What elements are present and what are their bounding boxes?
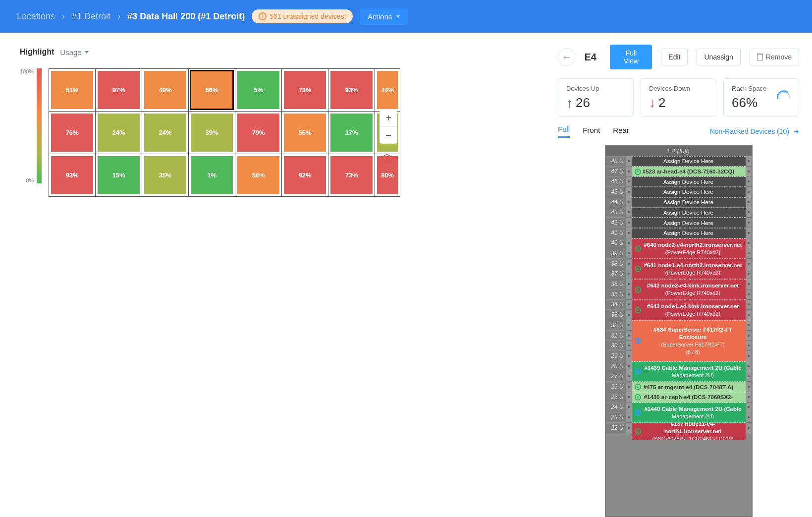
rack-tile[interactable]: 51% — [51, 71, 93, 109]
rack-tile[interactable]: 66% — [191, 71, 233, 109]
rack-device[interactable]: #523 ar-head-e4 (DCS-7160-32CQ) — [632, 167, 746, 177]
tab-front[interactable]: Front — [583, 126, 600, 137]
back-button[interactable]: ← — [558, 48, 575, 66]
u-label: 46 U — [606, 176, 626, 187]
u-label: 40 U — [606, 238, 626, 249]
play-icon — [635, 245, 641, 252]
rack-device[interactable]: #640 node2-e4-north2.ironserver.net(Powe… — [632, 238, 746, 259]
u-label: 34 U — [606, 300, 626, 310]
full-view-button[interactable]: Full View — [610, 45, 652, 69]
rack-name: E4 — [584, 52, 601, 63]
rack-tile[interactable]: 93% — [51, 156, 93, 194]
rack-tile[interactable]: 97% — [98, 71, 140, 109]
scale-max: 100% — [20, 68, 34, 74]
u-label: 43 U — [606, 207, 626, 218]
rack-device[interactable]: #641 node1-e4-north2.ironserver.net(Powe… — [632, 259, 746, 279]
unassign-button[interactable]: Unassign — [697, 49, 740, 65]
alert-icon: ! — [259, 12, 267, 20]
chevron-right-icon: › — [62, 11, 65, 22]
breadcrumb-current: #3 Data Hall 200 (#1 Detroit) — [127, 11, 245, 22]
u-label: 44 U — [606, 197, 626, 208]
actions-button[interactable]: Actions — [360, 8, 408, 25]
u-label: 38 U — [606, 259, 626, 269]
rack-tile[interactable]: 5% — [237, 71, 279, 109]
play-icon — [635, 384, 641, 390]
play-icon — [635, 307, 641, 313]
rack-device[interactable]: #1430 ar-ceph-e4 (DCS-7060SX2- — [632, 392, 746, 402]
stop-icon — [635, 368, 641, 375]
edit-button[interactable]: Edit — [661, 49, 688, 65]
assign-slot[interactable]: Assign Device Here — [632, 197, 746, 208]
rack-tile[interactable]: 17% — [330, 114, 373, 152]
breadcrumb-loc1[interactable]: #1 Detroit — [72, 11, 110, 22]
rack-title: E4 (full) — [606, 146, 752, 156]
tab-rear[interactable]: Rear — [613, 126, 629, 137]
rack-tile[interactable]: 35% — [144, 156, 186, 194]
rack-slots: #523 ar-head-e4 (DCS-7160-32CQ)#640 node… — [632, 156, 746, 433]
u-label: 24 U — [606, 402, 626, 413]
assign-slot[interactable]: Assign Device Here — [632, 187, 746, 197]
rack-tile[interactable]: 24% — [144, 114, 186, 152]
rack-tile[interactable]: 39% — [191, 114, 233, 152]
tab-full[interactable]: Full — [558, 125, 570, 138]
unassigned-devices-pill[interactable]: ! 561 unassigned devices! — [252, 9, 353, 23]
rack-detail-panel: ← E4 Full View Edit Unassign Remove Devi… — [544, 33, 812, 517]
u-label: 30 U — [606, 341, 626, 351]
play-icon — [635, 287, 641, 293]
rack-tile[interactable]: 1% — [191, 156, 233, 194]
stat-label: Devices Up — [566, 85, 625, 92]
assign-slot[interactable]: Assign Device Here — [632, 228, 746, 238]
play-icon — [635, 169, 641, 175]
u-label: 33 U — [606, 310, 626, 320]
u-label: 41 U — [606, 228, 626, 238]
stop-icon — [635, 409, 641, 416]
rack-tile[interactable]: 55% — [284, 114, 326, 152]
help-icon[interactable]: ? — [382, 154, 391, 163]
rack-tile[interactable]: 73% — [284, 71, 326, 109]
rack-tile[interactable]: 44% — [377, 71, 398, 109]
rack-device[interactable]: #137 node11-e4-north1.ironserver.net(SSG… — [632, 423, 746, 440]
play-icon — [635, 394, 641, 401]
scale-min: 0% — [20, 177, 34, 183]
stat-value: 66% — [732, 95, 758, 111]
rack-tile[interactable]: 56% — [237, 156, 279, 194]
rack-tile[interactable]: 93% — [330, 71, 373, 109]
remove-button[interactable]: Remove — [750, 49, 799, 65]
u-label: 42 U — [606, 218, 626, 228]
rack-device[interactable]: #475 ar-mgmnt-e4 (DCS-7048T-A) — [632, 382, 746, 392]
rack-device[interactable]: #1439 Cable Management 2U (CableManageme… — [632, 361, 746, 382]
unassigned-label: 561 unassigned devices! — [270, 12, 346, 20]
scale-gradient — [37, 68, 42, 183]
rack-tile[interactable]: 79% — [237, 114, 279, 152]
u-label: 45 U — [606, 187, 626, 197]
rack-device[interactable]: #1440 Cable Management 2U (CableManageme… — [632, 402, 746, 423]
chevron-down-icon — [85, 51, 89, 54]
rack-device[interactable]: #642 node2-e4-kink.ironserver.net(PowerE… — [632, 279, 746, 299]
assign-slot[interactable]: Assign Device Here — [632, 218, 746, 228]
u-label: 27 U — [606, 371, 626, 382]
assign-slot[interactable]: Assign Device Here — [632, 156, 746, 167]
breadcrumb-locations[interactable]: Locations — [17, 11, 55, 22]
highlight-mode-select[interactable]: Usage — [60, 48, 88, 57]
rack-tile[interactable]: 24% — [98, 114, 140, 152]
u-label: 31 U — [606, 331, 626, 341]
zoom-in-button[interactable]: + — [380, 110, 397, 126]
stat-rack-space: Rack Space 66% — [723, 78, 799, 117]
assign-slot[interactable]: Assign Device Here — [632, 208, 746, 218]
stat-value: 2 — [658, 95, 665, 111]
top-header: Locations › #1 Detroit › #3 Data Hall 20… — [0, 0, 812, 33]
rack-tile[interactable]: 49% — [144, 71, 186, 109]
rack-tile[interactable]: 92% — [284, 156, 326, 194]
zoom-control: + − — [379, 109, 397, 144]
stop-icon — [635, 338, 641, 344]
u-label: 29 U — [606, 351, 626, 361]
u-label: 28 U — [606, 361, 626, 372]
assign-slot[interactable]: Assign Device Here — [632, 176, 746, 187]
rack-device[interactable]: #643 node1-e4-kink.ironserver.net(PowerE… — [632, 300, 746, 320]
zoom-out-button[interactable]: − — [380, 126, 397, 143]
rack-device[interactable]: #634 SuperServer F617R2-FT Enclosure(Sup… — [632, 320, 746, 361]
rack-tile[interactable]: 15% — [98, 156, 140, 194]
non-racked-link[interactable]: Non-Racked Devices (10) ➜ — [710, 127, 799, 135]
rack-tile[interactable]: 76% — [51, 114, 93, 152]
rack-tile[interactable]: 73% — [330, 156, 373, 194]
